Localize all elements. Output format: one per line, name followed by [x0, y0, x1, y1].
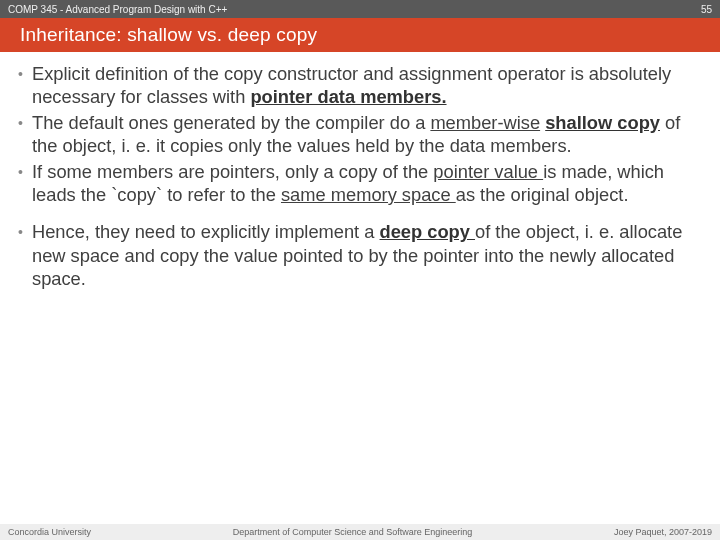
bullet-text: If some members are pointers, only a cop… — [32, 160, 702, 207]
emphasis: same memory space — [281, 184, 456, 205]
bullet-dot-icon: • — [18, 111, 32, 158]
bullet-item: • Explicit definition of the copy constr… — [18, 62, 702, 109]
footer-right: Joey Paquet, 2007-2019 — [614, 527, 712, 537]
bullet-text: Hence, they need to explicitly implement… — [32, 220, 702, 290]
text-run: If some members are pointers, only a cop… — [32, 161, 433, 182]
bullet-item: • If some members are pointers, only a c… — [18, 160, 702, 207]
course-label: COMP 345 - Advanced Program Design with … — [8, 4, 227, 15]
slide-footer: Concordia University Department of Compu… — [0, 524, 720, 540]
footer-left: Concordia University — [8, 527, 91, 537]
slide-number: 55 — [701, 4, 712, 15]
text-run: The default ones generated by the compil… — [32, 112, 430, 133]
emphasis: pointer value — [433, 161, 543, 182]
bullet-dot-icon: • — [18, 160, 32, 207]
slide-title: Inheritance: shallow vs. deep copy — [20, 24, 317, 46]
text-run: as the original object. — [456, 184, 629, 205]
bullet-item: • Hence, they need to explicitly impleme… — [18, 220, 702, 290]
spacer — [18, 208, 702, 220]
slide: COMP 345 - Advanced Program Design with … — [0, 0, 720, 540]
bullet-text: Explicit definition of the copy construc… — [32, 62, 702, 109]
slide-title-bar: Inheritance: shallow vs. deep copy — [0, 18, 720, 52]
emphasis: deep copy — [380, 221, 476, 242]
emphasis: member-wise — [430, 112, 540, 133]
top-bar: COMP 345 - Advanced Program Design with … — [0, 0, 720, 18]
bullet-item: • The default ones generated by the comp… — [18, 111, 702, 158]
bullet-text: The default ones generated by the compil… — [32, 111, 702, 158]
bullet-dot-icon: • — [18, 62, 32, 109]
footer-center: Department of Computer Science and Softw… — [233, 527, 473, 537]
emphasis: shallow copy — [545, 112, 660, 133]
text-run: Hence, they need to explicitly implement… — [32, 221, 380, 242]
emphasis: pointer data members. — [250, 86, 446, 107]
slide-content: • Explicit definition of the copy constr… — [0, 52, 720, 291]
bullet-dot-icon: • — [18, 220, 32, 290]
